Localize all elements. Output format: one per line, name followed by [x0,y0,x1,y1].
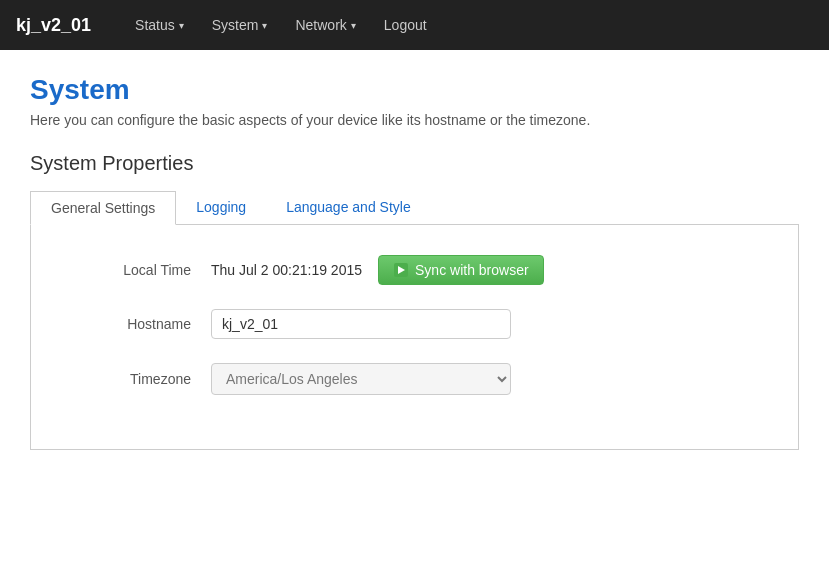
hostname-input[interactable] [211,309,511,339]
network-dropdown-arrow: ▾ [351,20,356,31]
tabs: General Settings Logging Language and St… [30,191,799,225]
timezone-select[interactable]: America/Los Angeles [211,363,511,395]
local-time-value: Thu Jul 2 00:21:19 2015 [211,262,362,278]
timezone-row: Timezone America/Los Angeles [51,363,778,395]
section-title: System Properties [30,152,799,175]
nav-network[interactable]: Network ▾ [281,0,369,50]
sync-with-browser-button[interactable]: Sync with browser [378,255,544,285]
hostname-label: Hostname [51,316,211,332]
tab-content-general-settings: Local Time Thu Jul 2 00:21:19 2015 Sync … [30,225,799,450]
page-description: Here you can configure the basic aspects… [30,112,799,128]
tab-general-settings[interactable]: General Settings [30,191,176,225]
local-time-label: Local Time [51,262,211,278]
timezone-label: Timezone [51,371,211,387]
navbar: kj_v2_01 Status ▾ System ▾ Network ▾ Log… [0,0,829,50]
navbar-brand: kj_v2_01 [16,15,91,36]
nav-system[interactable]: System ▾ [198,0,282,50]
system-dropdown-arrow: ▾ [262,20,267,31]
nav-status[interactable]: Status ▾ [121,0,198,50]
status-dropdown-arrow: ▾ [179,20,184,31]
tab-logging[interactable]: Logging [176,191,266,225]
sync-icon [393,262,409,278]
page-title: System [30,74,799,106]
hostname-row: Hostname [51,309,778,339]
tab-language-and-style[interactable]: Language and Style [266,191,431,225]
local-time-row: Local Time Thu Jul 2 00:21:19 2015 Sync … [51,255,778,285]
nav-logout[interactable]: Logout [370,0,441,50]
main-content: System Here you can configure the basic … [0,50,829,474]
